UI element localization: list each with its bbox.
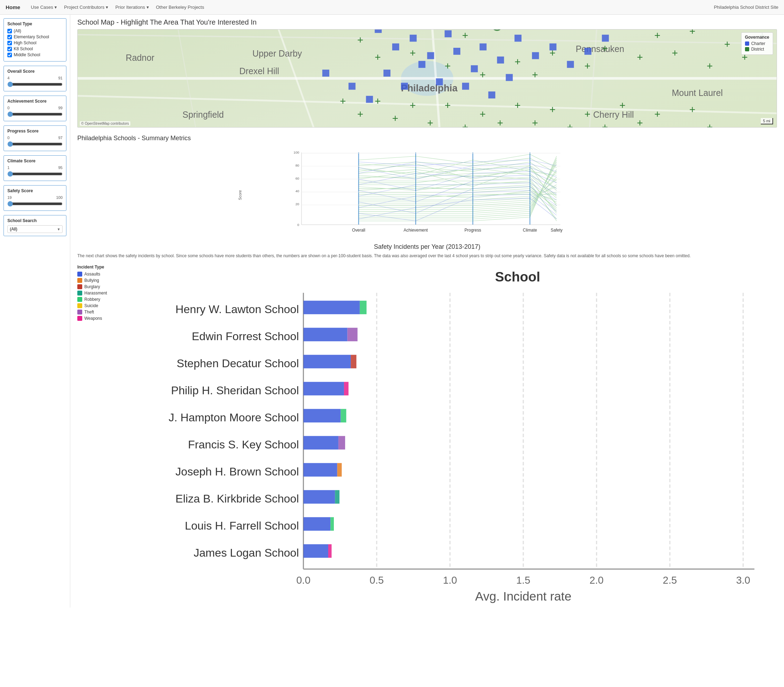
checkbox-elementary[interactable]: Elementary School bbox=[7, 35, 62, 39]
svg-rect-164 bbox=[339, 436, 345, 450]
achievement-min: 0 bbox=[7, 106, 10, 110]
svg-rect-175 bbox=[303, 544, 328, 558]
svg-text:+: + bbox=[724, 38, 730, 50]
progress-min: 0 bbox=[7, 136, 10, 140]
svg-rect-32 bbox=[436, 78, 443, 85]
svg-rect-43 bbox=[506, 74, 513, 81]
parallel-chart: Score 100 80 60 40 20 0 bbox=[77, 145, 777, 236]
svg-rect-39 bbox=[462, 82, 469, 90]
legend-theft: Theft bbox=[77, 310, 116, 314]
svg-rect-166 bbox=[303, 463, 337, 477]
climate-score-slider[interactable] bbox=[7, 171, 62, 177]
svg-rect-46 bbox=[567, 61, 574, 68]
climate-max: 95 bbox=[58, 166, 62, 170]
svg-text:2.0: 2.0 bbox=[590, 575, 604, 586]
svg-text:+: + bbox=[357, 34, 363, 46]
checkbox-k8[interactable]: K8 School bbox=[7, 46, 62, 51]
charter-label: Charter bbox=[751, 41, 765, 46]
svg-text:Stephen Decatur School: Stephen Decatur School bbox=[177, 357, 299, 370]
svg-text:School: School bbox=[495, 269, 540, 284]
map-roads-svg: King of Prussia Radnor Philadelphia Penn… bbox=[78, 30, 777, 127]
svg-text:+: + bbox=[445, 60, 450, 72]
svg-rect-41 bbox=[366, 96, 373, 103]
climate-min: 1 bbox=[7, 166, 10, 170]
svg-rect-36 bbox=[497, 57, 504, 64]
svg-rect-151 bbox=[303, 328, 347, 342]
svg-text:0: 0 bbox=[297, 223, 299, 227]
safety-score-slider[interactable] bbox=[7, 201, 62, 207]
svg-text:+: + bbox=[619, 99, 625, 111]
safety-chart-area: Incident Type Assaults Bullying Burglary… bbox=[77, 265, 777, 604]
achievement-score-slider[interactable] bbox=[7, 112, 62, 117]
robbery-label: Robbery bbox=[84, 297, 100, 302]
legend-bullying: Bullying bbox=[77, 278, 116, 283]
progress-score-slider[interactable] bbox=[7, 141, 62, 147]
navbar: Home Use Cases ▾ Project Contributors ▾ … bbox=[0, 0, 784, 15]
svg-text:+: + bbox=[550, 104, 556, 115]
svg-text:Achievement: Achievement bbox=[404, 228, 428, 233]
svg-text:Climate: Climate bbox=[523, 228, 537, 233]
svg-text:1.5: 1.5 bbox=[516, 575, 530, 586]
nav-right-link[interactable]: Philadelphia School District Site bbox=[714, 5, 778, 10]
sidebar: School Type (All) Elementary School High… bbox=[0, 15, 70, 608]
svg-rect-149 bbox=[360, 301, 367, 314]
svg-text:0.0: 0.0 bbox=[296, 575, 310, 586]
nav-use-cases[interactable]: Use Cases ▾ bbox=[27, 0, 61, 15]
svg-text:+: + bbox=[707, 121, 713, 127]
svg-text:Edwin Forrest School: Edwin Forrest School bbox=[192, 330, 299, 343]
legend-robbery: Robbery bbox=[77, 297, 116, 302]
overall-score-filter: Overall Score 4 91 bbox=[3, 66, 66, 91]
incident-legend: Incident Type Assaults Bullying Burglary… bbox=[77, 265, 116, 604]
svg-text:+: + bbox=[567, 121, 573, 127]
brand-home[interactable]: Home bbox=[6, 4, 20, 10]
svg-text:Upper Darby: Upper Darby bbox=[252, 48, 302, 58]
overall-min: 4 bbox=[7, 76, 10, 80]
checkbox-all[interactable]: (All) bbox=[7, 28, 62, 33]
district-label: District bbox=[751, 47, 764, 52]
legend-weapons: Weapons bbox=[77, 316, 116, 321]
svg-text:+: + bbox=[532, 69, 538, 81]
svg-rect-25 bbox=[392, 44, 399, 51]
svg-text:+: + bbox=[637, 117, 643, 127]
burglary-label: Burglary bbox=[84, 284, 100, 289]
svg-text:Philadelphia: Philadelphia bbox=[401, 82, 458, 94]
checkbox-middle[interactable]: Middle School bbox=[7, 53, 62, 57]
overall-max: 91 bbox=[58, 76, 62, 80]
svg-rect-172 bbox=[303, 517, 330, 531]
weapons-color bbox=[77, 316, 82, 321]
svg-rect-28 bbox=[445, 30, 452, 37]
nav-prior-iterations[interactable]: Prior Iterations ▾ bbox=[112, 0, 153, 15]
svg-text:+: + bbox=[514, 99, 521, 111]
overall-score-slider[interactable] bbox=[7, 82, 62, 87]
svg-rect-160 bbox=[303, 409, 340, 423]
school-search-select[interactable]: (All) Henry W. Lawton School Edwin Forre… bbox=[7, 225, 62, 233]
legend-title: Incident Type bbox=[77, 265, 116, 270]
map-scale: 5 mi bbox=[761, 118, 773, 124]
map-container[interactable]: King of Prussia Radnor Philadelphia Penn… bbox=[77, 29, 777, 128]
bullying-color bbox=[77, 278, 82, 283]
nav-other-berkeley[interactable]: Other Berkeley Projects bbox=[153, 0, 208, 15]
svg-rect-37 bbox=[514, 35, 521, 42]
safety-score-title: Safety Score bbox=[7, 188, 62, 193]
nav-project-contributors[interactable]: Project Contributors ▾ bbox=[61, 0, 112, 15]
svg-text:+: + bbox=[689, 104, 695, 115]
checkbox-high[interactable]: High School bbox=[7, 40, 62, 45]
svg-text:+: + bbox=[462, 121, 468, 127]
svg-text:+: + bbox=[410, 47, 416, 59]
svg-rect-163 bbox=[303, 436, 338, 450]
school-type-title: School Type bbox=[7, 21, 62, 26]
svg-rect-148 bbox=[303, 301, 360, 314]
achievement-max: 99 bbox=[58, 106, 62, 110]
svg-rect-33 bbox=[453, 48, 460, 55]
svg-text:+: + bbox=[340, 95, 346, 107]
bar-chart-svg: School 0.0 0.5 1.0 1.5 bbox=[123, 265, 777, 603]
svg-text:+: + bbox=[567, 30, 573, 32]
svg-text:1.0: 1.0 bbox=[443, 575, 457, 586]
svg-text:Joseph H. Brown School: Joseph H. Brown School bbox=[175, 465, 299, 478]
legend-burglary: Burglary bbox=[77, 284, 116, 289]
governance-legend: Governance Charter District bbox=[741, 32, 773, 55]
assaults-color bbox=[77, 272, 82, 276]
svg-rect-42 bbox=[348, 82, 356, 90]
chevron-down-icon: ▾ bbox=[54, 5, 57, 10]
legend-assaults: Assaults bbox=[77, 272, 116, 276]
